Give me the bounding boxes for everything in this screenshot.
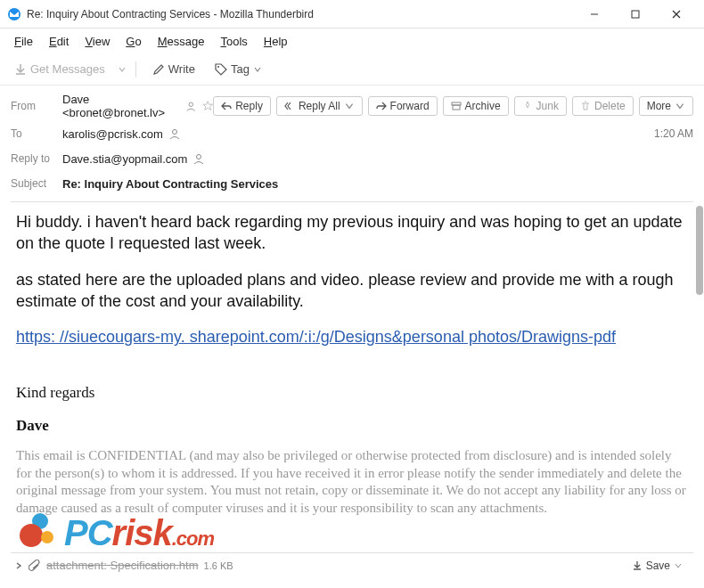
reply-button[interactable]: Reply — [213, 96, 271, 116]
from-value[interactable]: Dave <bronet@bronet.lv> — [62, 93, 180, 119]
save-attachment-button[interactable]: Save — [625, 557, 690, 575]
get-messages-button[interactable]: Get Messages — [7, 59, 112, 79]
message-body-container: Hi buddy. i haven't heard back regarding… — [0, 202, 704, 568]
thunderbird-icon — [7, 7, 21, 21]
menu-view[interactable]: View — [78, 31, 117, 52]
menu-message[interactable]: Message — [151, 31, 212, 52]
svg-point-6 — [189, 102, 192, 106]
reply-all-button[interactable]: Reply All — [276, 96, 363, 116]
attachment-name[interactable]: attachment: Specification.htm — [46, 559, 199, 572]
chevron-down-icon — [674, 561, 683, 570]
chevron-down-icon[interactable] — [118, 65, 127, 74]
subject-label: Subject — [11, 177, 62, 190]
tag-icon — [215, 63, 227, 76]
contact-icon[interactable] — [192, 152, 205, 165]
download-icon — [14, 63, 27, 76]
junk-button[interactable]: Junk — [514, 96, 567, 116]
menu-edit[interactable]: Edit — [42, 31, 76, 52]
close-button[interactable] — [656, 0, 697, 29]
action-buttons: Reply Reply All Forward Archive Junk Del… — [213, 96, 693, 116]
menu-go[interactable]: Go — [119, 31, 148, 52]
attachment-icon — [29, 559, 41, 572]
delete-button[interactable]: Delete — [572, 96, 634, 116]
reply-to-label: Reply to — [11, 152, 62, 165]
reply-to-value[interactable]: Dave.stia@yopmail.com — [62, 152, 187, 166]
maximize-button[interactable] — [615, 0, 656, 29]
archive-button[interactable]: Archive — [443, 96, 509, 116]
menu-tools[interactable]: Tools — [213, 31, 254, 52]
contact-icon[interactable] — [185, 100, 196, 112]
contact-icon[interactable] — [168, 127, 181, 140]
download-icon — [632, 560, 643, 571]
separator — [135, 61, 136, 78]
svg-rect-8 — [453, 105, 460, 110]
more-button[interactable]: More — [639, 96, 693, 116]
svg-point-9 — [172, 130, 176, 135]
tag-button[interactable]: Tag — [208, 59, 269, 79]
star-icon[interactable] — [202, 100, 213, 112]
archive-icon — [451, 101, 462, 111]
svg-point-10 — [197, 155, 201, 159]
subject-value: Re: Inquiry About Contracting Services — [62, 177, 278, 191]
message-headers: From Dave <bronet@bronet.lv> Reply Reply… — [0, 86, 704, 202]
menu-file[interactable]: File — [7, 31, 40, 52]
message-time: 1:20 AM — [654, 127, 693, 140]
main-toolbar: Get Messages Write Tag — [0, 53, 704, 86]
minimize-button[interactable] — [574, 0, 615, 29]
menu-help[interactable]: Help — [257, 31, 295, 52]
svg-rect-2 — [632, 11, 639, 18]
chevron-down-icon — [675, 101, 685, 111]
pencil-icon — [152, 63, 165, 76]
signature-name: Dave — [16, 416, 688, 437]
message-body: Hi buddy. i haven't heard back regarding… — [0, 202, 704, 568]
to-value[interactable]: karolis@pcrisk.com — [62, 127, 163, 141]
forward-icon — [376, 101, 387, 111]
flame-icon — [522, 101, 533, 111]
reply-all-icon — [284, 101, 295, 111]
window-title: Re: Inquiry About Contracting Services -… — [27, 8, 574, 20]
chevron-down-icon — [253, 65, 262, 74]
chevron-right-icon[interactable] — [14, 561, 23, 570]
attachment-bar: attachment: Specification.htm 1.6 KB Sav… — [11, 552, 693, 577]
write-button[interactable]: Write — [145, 59, 202, 79]
signoff: Kind regards — [16, 383, 688, 404]
to-label: To — [11, 127, 62, 140]
reply-icon — [221, 101, 232, 111]
title-bar: Re: Inquiry About Contracting Services -… — [0, 0, 704, 29]
trash-icon — [580, 101, 591, 111]
menu-bar: File Edit View Go Message Tools Help — [0, 29, 704, 53]
forward-button[interactable]: Forward — [368, 96, 438, 116]
chevron-down-icon — [344, 101, 355, 111]
body-paragraph: as stated here are the uploaded plans an… — [16, 269, 688, 313]
body-paragraph: Hi buddy. i haven't heard back regarding… — [16, 211, 688, 255]
attachment-size: 1.6 KB — [204, 560, 233, 571]
disclaimer: This email is CONFIDENTIAL (and may also… — [16, 447, 688, 517]
from-label: From — [11, 100, 62, 112]
svg-point-5 — [217, 66, 219, 68]
body-link[interactable]: https: //siuecougars-my. sharepoint.com/… — [16, 328, 616, 346]
scrollbar-thumb[interactable] — [696, 206, 703, 295]
